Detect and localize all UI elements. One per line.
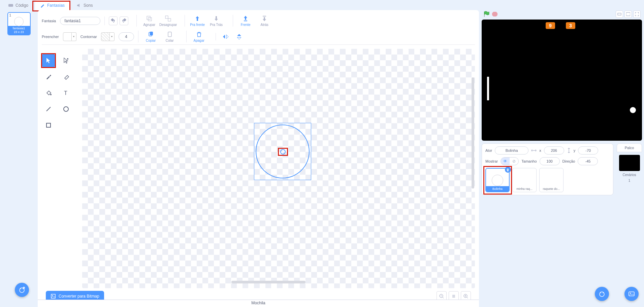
paste-icon [167, 31, 173, 37]
svg-rect-3 [165, 16, 168, 19]
y-input[interactable] [578, 146, 598, 155]
add-backdrop-fab[interactable] [624, 287, 639, 301]
tab-code[interactable]: Código [3, 0, 33, 10]
costume-name-label: Fantasia [42, 19, 56, 23]
chevron-down-icon: ▾ [110, 32, 115, 41]
canvas-scrollbar-vertical[interactable] [472, 77, 474, 189]
stage-paddle [487, 77, 489, 100]
direction-input[interactable] [578, 157, 598, 165]
costume-name-input[interactable] [60, 17, 100, 25]
rect-tool[interactable] [42, 118, 55, 132]
back-icon [261, 15, 267, 22]
score-right: 3 [566, 22, 575, 29]
svg-rect-30 [626, 12, 630, 16]
bitmap-icon [51, 294, 56, 299]
cat-plus-icon: + [18, 286, 26, 294]
eye-closed-icon: ⊘ [510, 158, 518, 165]
code-icon [8, 3, 13, 8]
delete-sprite-button[interactable]: 🗑 [505, 167, 511, 173]
redo-button[interactable] [120, 16, 128, 25]
redo-icon [122, 19, 126, 23]
canvas-scrollbar-horizontal[interactable] [231, 281, 305, 283]
sprite-card-minha-raq[interactable]: minha raq... [512, 168, 537, 192]
fullscreen-icon [635, 12, 639, 16]
svg-rect-2 [148, 18, 152, 21]
sprite-name-input[interactable] [495, 146, 528, 155]
paste-button[interactable]: Colar [161, 31, 178, 42]
visibility-toggle[interactable]: 👁 ⊘ [501, 157, 519, 165]
outline-color-picker[interactable]: ▾ [101, 32, 115, 41]
svg-text:+: + [23, 286, 25, 289]
svg-point-14 [64, 107, 68, 111]
costume-thumb-1[interactable]: 1 fantasia1 23 x 23 [7, 12, 31, 35]
xy-icon [531, 148, 537, 152]
svg-rect-5 [244, 21, 247, 21]
tab-costumes[interactable]: Fantasias [35, 0, 69, 10]
ungroup-icon [165, 15, 171, 22]
stop-icon[interactable] [492, 11, 498, 17]
add-costume-fab[interactable]: + [15, 283, 29, 297]
circle-icon [63, 106, 69, 112]
copy-button[interactable]: Copiar [142, 31, 159, 42]
small-stage-icon [617, 12, 621, 16]
undo-icon [111, 19, 116, 23]
backpack-bar[interactable]: Mochila [38, 300, 479, 307]
undo-button[interactable] [109, 16, 118, 25]
sprite-card-label: minha raq... [516, 186, 533, 192]
circle-tool[interactable] [59, 102, 73, 116]
ungroup-button[interactable]: Desagrupar [160, 15, 176, 27]
eraser-tool[interactable] [59, 70, 73, 83]
add-sprite-fab[interactable] [595, 287, 609, 301]
sprite-card-label: raquete do... [543, 186, 560, 192]
svg-point-36 [630, 293, 631, 294]
delete-button[interactable]: Apagar [191, 31, 207, 42]
svg-rect-9 [168, 32, 171, 37]
stage-ball [630, 107, 636, 113]
backward-button[interactable]: Pra Trás [208, 15, 225, 27]
stage-large-button[interactable] [624, 10, 632, 18]
trash-icon [196, 31, 202, 37]
sprite-thumb-icon [492, 175, 503, 186]
x-input[interactable] [544, 146, 564, 155]
backdrops-count: 1 [629, 179, 631, 182]
eye-open-icon: 👁 [501, 158, 510, 165]
line-tool[interactable] [42, 102, 55, 116]
back-button[interactable]: Atrás [256, 15, 273, 27]
stage-preview[interactable]: 9 3 [482, 20, 642, 141]
fill-color-picker[interactable]: ▾ [63, 32, 76, 41]
brush-tool[interactable] [42, 70, 55, 83]
bucket-icon [45, 90, 52, 96]
flip-vertical-button[interactable] [233, 33, 245, 40]
sprite-card-raquete-do[interactable]: raquete do... [539, 168, 564, 192]
costume-index: 1 [9, 13, 11, 17]
sprite-card-bolinha[interactable]: 🗑 Bolinha [485, 168, 510, 192]
paint-canvas[interactable] [82, 49, 475, 288]
reshape-tool[interactable] [59, 54, 73, 67]
score-left: 9 [546, 22, 555, 29]
svg-rect-8 [150, 32, 153, 35]
stage-fullscreen-button[interactable] [633, 10, 641, 18]
zoom-reset-icon [451, 294, 456, 299]
svg-point-11 [50, 94, 52, 95]
svg-point-10 [67, 58, 68, 60]
green-flag-icon[interactable] [483, 11, 490, 18]
forward-button[interactable]: Pra frente [189, 15, 206, 27]
stage-thumbnail[interactable] [619, 155, 640, 171]
fill-tool[interactable] [42, 86, 55, 100]
front-button[interactable]: Frente [237, 15, 254, 27]
tab-sounds-label: Sons [84, 3, 93, 8]
show-label: Mostrar [485, 159, 498, 163]
tab-sounds[interactable]: Sons [71, 0, 97, 10]
outline-swatch [101, 32, 110, 41]
outline-width-input[interactable] [119, 32, 134, 41]
stage-small-button[interactable] [616, 10, 623, 18]
size-input[interactable] [540, 157, 560, 165]
select-tool[interactable] [42, 54, 55, 67]
group-button[interactable]: Agrupar [141, 15, 158, 27]
square-icon [45, 122, 52, 129]
forward-icon [194, 15, 200, 22]
text-tool[interactable]: T [59, 86, 73, 100]
rotation-center-marker[interactable] [280, 149, 286, 155]
x-label: x [539, 148, 541, 152]
flip-horizontal-button[interactable] [220, 33, 231, 40]
